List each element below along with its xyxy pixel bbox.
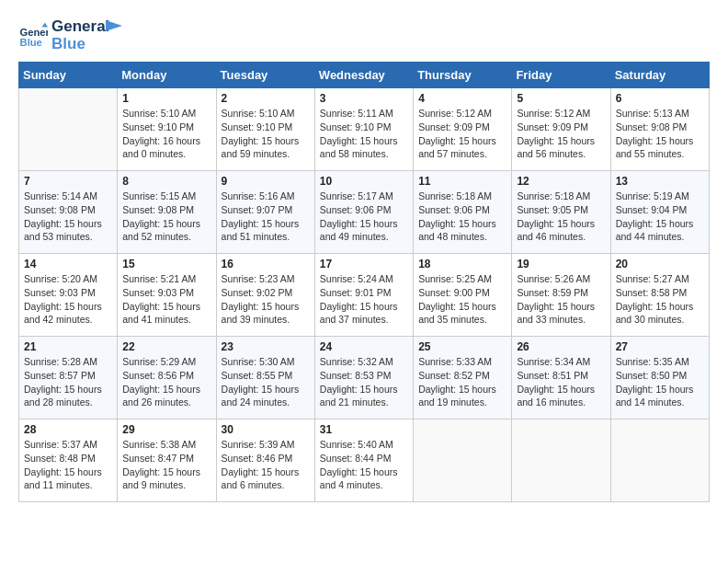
svg-marker-3 bbox=[106, 20, 122, 31]
day-number: 19 bbox=[517, 258, 605, 270]
day-number: 15 bbox=[122, 258, 210, 270]
calendar-cell: 28Sunrise: 5:37 AM Sunset: 8:48 PM Dayli… bbox=[19, 419, 118, 502]
day-number: 28 bbox=[24, 423, 112, 436]
calendar-cell: 31Sunrise: 5:40 AM Sunset: 8:44 PM Dayli… bbox=[314, 419, 413, 502]
calendar-cell: 17Sunrise: 5:24 AM Sunset: 9:01 PM Dayli… bbox=[314, 254, 413, 337]
calendar-cell: 20Sunrise: 5:27 AM Sunset: 8:58 PM Dayli… bbox=[610, 254, 709, 337]
day-number: 5 bbox=[517, 92, 605, 105]
calendar-cell: 1Sunrise: 5:10 AM Sunset: 9:10 PM Daylig… bbox=[118, 88, 216, 171]
calendar-cell: 11Sunrise: 5:18 AM Sunset: 9:06 PM Dayli… bbox=[414, 171, 512, 254]
svg-text:Blue: Blue bbox=[20, 37, 42, 48]
day-info: Sunrise: 5:35 AM Sunset: 8:50 PM Dayligh… bbox=[616, 355, 704, 409]
day-number: 11 bbox=[418, 175, 506, 188]
day-number: 8 bbox=[122, 175, 210, 188]
svg-text:General: General bbox=[20, 27, 48, 38]
day-info: Sunrise: 5:29 AM Sunset: 8:56 PM Dayligh… bbox=[122, 355, 210, 409]
day-info: Sunrise: 5:27 AM Sunset: 8:58 PM Dayligh… bbox=[616, 272, 704, 327]
weekday-header-saturday: Saturday bbox=[610, 63, 709, 88]
weekday-header-monday: Monday bbox=[118, 63, 216, 88]
day-info: Sunrise: 5:18 AM Sunset: 9:05 PM Dayligh… bbox=[517, 190, 605, 244]
day-info: Sunrise: 5:25 AM Sunset: 9:00 PM Dayligh… bbox=[418, 272, 506, 327]
day-info: Sunrise: 5:37 AM Sunset: 8:48 PM Dayligh… bbox=[24, 438, 112, 492]
day-number: 30 bbox=[222, 423, 310, 436]
weekday-header-row: SundayMondayTuesdayWednesdayThursdayFrid… bbox=[19, 63, 710, 88]
calendar-cell: 4Sunrise: 5:12 AM Sunset: 9:09 PM Daylig… bbox=[414, 88, 512, 171]
calendar-week-1: 1Sunrise: 5:10 AM Sunset: 9:10 PM Daylig… bbox=[19, 88, 710, 171]
day-number: 1 bbox=[122, 92, 210, 105]
calendar-cell: 10Sunrise: 5:17 AM Sunset: 9:06 PM Dayli… bbox=[314, 171, 413, 254]
calendar-cell: 12Sunrise: 5:18 AM Sunset: 9:05 PM Dayli… bbox=[512, 171, 610, 254]
day-number: 7 bbox=[24, 175, 112, 188]
day-info: Sunrise: 5:26 AM Sunset: 8:59 PM Dayligh… bbox=[517, 272, 605, 327]
weekday-header-thursday: Thursday bbox=[414, 63, 512, 88]
weekday-header-sunday: Sunday bbox=[19, 63, 118, 88]
calendar-cell: 6Sunrise: 5:13 AM Sunset: 9:08 PM Daylig… bbox=[610, 88, 709, 171]
day-number: 26 bbox=[517, 340, 605, 353]
day-number: 25 bbox=[418, 340, 506, 353]
day-info: Sunrise: 5:16 AM Sunset: 9:07 PM Dayligh… bbox=[222, 190, 310, 244]
calendar-cell: 27Sunrise: 5:35 AM Sunset: 8:50 PM Dayli… bbox=[610, 337, 709, 419]
day-number: 17 bbox=[320, 258, 408, 270]
calendar-cell: 8Sunrise: 5:15 AM Sunset: 9:08 PM Daylig… bbox=[118, 171, 216, 254]
logo-icon: General Blue bbox=[18, 21, 48, 51]
day-info: Sunrise: 5:10 AM Sunset: 9:10 PM Dayligh… bbox=[222, 107, 310, 161]
day-number: 3 bbox=[320, 92, 408, 105]
calendar-cell: 22Sunrise: 5:29 AM Sunset: 8:56 PM Dayli… bbox=[118, 337, 216, 419]
page-header: General Blue General Blue bbox=[18, 18, 710, 52]
day-info: Sunrise: 5:15 AM Sunset: 9:08 PM Dayligh… bbox=[122, 190, 210, 244]
calendar-cell: 3Sunrise: 5:11 AM Sunset: 9:10 PM Daylig… bbox=[314, 88, 413, 171]
day-number: 18 bbox=[418, 258, 506, 270]
day-info: Sunrise: 5:23 AM Sunset: 9:02 PM Dayligh… bbox=[222, 272, 310, 327]
calendar-cell bbox=[512, 419, 610, 502]
day-info: Sunrise: 5:17 AM Sunset: 9:06 PM Dayligh… bbox=[320, 190, 408, 244]
day-info: Sunrise: 5:13 AM Sunset: 9:08 PM Dayligh… bbox=[616, 107, 704, 161]
day-info: Sunrise: 5:39 AM Sunset: 8:46 PM Dayligh… bbox=[222, 438, 310, 492]
calendar-cell: 2Sunrise: 5:10 AM Sunset: 9:10 PM Daylig… bbox=[216, 88, 314, 171]
day-number: 31 bbox=[320, 423, 408, 436]
calendar-cell: 5Sunrise: 5:12 AM Sunset: 9:09 PM Daylig… bbox=[512, 88, 610, 171]
day-info: Sunrise: 5:12 AM Sunset: 9:09 PM Dayligh… bbox=[517, 107, 605, 161]
day-info: Sunrise: 5:18 AM Sunset: 9:06 PM Dayligh… bbox=[418, 190, 506, 244]
calendar-week-2: 7Sunrise: 5:14 AM Sunset: 9:08 PM Daylig… bbox=[19, 171, 710, 254]
day-number: 10 bbox=[320, 175, 408, 188]
calendar-week-3: 14Sunrise: 5:20 AM Sunset: 9:03 PM Dayli… bbox=[19, 254, 710, 337]
day-info: Sunrise: 5:24 AM Sunset: 9:01 PM Dayligh… bbox=[320, 272, 408, 327]
calendar-cell: 18Sunrise: 5:25 AM Sunset: 9:00 PM Dayli… bbox=[414, 254, 512, 337]
calendar-cell: 16Sunrise: 5:23 AM Sunset: 9:02 PM Dayli… bbox=[216, 254, 314, 337]
day-number: 29 bbox=[122, 423, 210, 436]
day-info: Sunrise: 5:12 AM Sunset: 9:09 PM Dayligh… bbox=[418, 107, 506, 161]
calendar-cell: 24Sunrise: 5:32 AM Sunset: 8:53 PM Dayli… bbox=[314, 337, 413, 419]
logo: General Blue General Blue bbox=[18, 18, 124, 52]
calendar-cell: 26Sunrise: 5:34 AM Sunset: 8:51 PM Dayli… bbox=[512, 337, 610, 419]
day-info: Sunrise: 5:28 AM Sunset: 8:57 PM Dayligh… bbox=[24, 355, 112, 409]
day-info: Sunrise: 5:30 AM Sunset: 8:55 PM Dayligh… bbox=[222, 355, 310, 409]
day-info: Sunrise: 5:20 AM Sunset: 9:03 PM Dayligh… bbox=[24, 272, 112, 327]
calendar-cell: 9Sunrise: 5:16 AM Sunset: 9:07 PM Daylig… bbox=[216, 171, 314, 254]
day-info: Sunrise: 5:10 AM Sunset: 9:10 PM Dayligh… bbox=[122, 107, 210, 161]
calendar-cell: 29Sunrise: 5:38 AM Sunset: 8:47 PM Dayli… bbox=[118, 419, 216, 502]
calendar-cell: 15Sunrise: 5:21 AM Sunset: 9:03 PM Dayli… bbox=[118, 254, 216, 337]
calendar-cell: 7Sunrise: 5:14 AM Sunset: 9:08 PM Daylig… bbox=[19, 171, 118, 254]
day-info: Sunrise: 5:38 AM Sunset: 8:47 PM Dayligh… bbox=[122, 438, 210, 492]
day-info: Sunrise: 5:14 AM Sunset: 9:08 PM Dayligh… bbox=[24, 190, 112, 244]
day-number: 12 bbox=[517, 175, 605, 188]
calendar-table: SundayMondayTuesdayWednesdayThursdayFrid… bbox=[18, 62, 710, 502]
day-info: Sunrise: 5:33 AM Sunset: 8:52 PM Dayligh… bbox=[418, 355, 506, 409]
calendar-cell: 14Sunrise: 5:20 AM Sunset: 9:03 PM Dayli… bbox=[19, 254, 118, 337]
calendar-cell: 30Sunrise: 5:39 AM Sunset: 8:46 PM Dayli… bbox=[216, 419, 314, 502]
day-number: 9 bbox=[222, 175, 310, 188]
day-number: 22 bbox=[122, 340, 210, 353]
day-info: Sunrise: 5:11 AM Sunset: 9:10 PM Dayligh… bbox=[320, 107, 408, 161]
logo-flag-icon bbox=[106, 20, 124, 42]
day-number: 2 bbox=[222, 92, 310, 105]
calendar-cell bbox=[610, 419, 709, 502]
calendar-cell: 23Sunrise: 5:30 AM Sunset: 8:55 PM Dayli… bbox=[216, 337, 314, 419]
day-info: Sunrise: 5:40 AM Sunset: 8:44 PM Dayligh… bbox=[320, 438, 408, 492]
calendar-cell: 21Sunrise: 5:28 AM Sunset: 8:57 PM Dayli… bbox=[19, 337, 118, 419]
weekday-header-tuesday: Tuesday bbox=[216, 63, 314, 88]
calendar-cell: 13Sunrise: 5:19 AM Sunset: 9:04 PM Dayli… bbox=[610, 171, 709, 254]
calendar-cell bbox=[414, 419, 512, 502]
calendar-cell: 25Sunrise: 5:33 AM Sunset: 8:52 PM Dayli… bbox=[414, 337, 512, 419]
calendar-cell bbox=[19, 88, 118, 171]
logo-text-line1: General bbox=[51, 18, 109, 36]
